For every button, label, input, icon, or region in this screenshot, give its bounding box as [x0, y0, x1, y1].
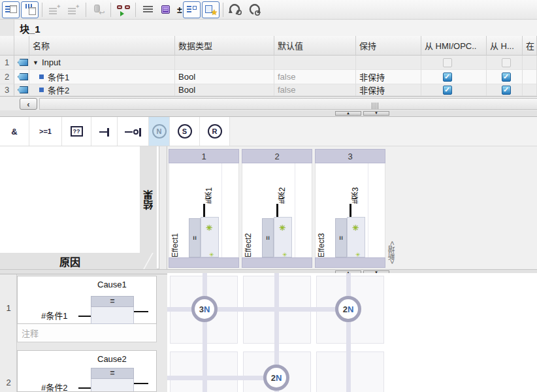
hmi-checkbox[interactable]	[502, 58, 511, 67]
network-lines-button[interactable]	[139, 1, 157, 18]
table-horizontal-scrollbar[interactable]: ‹	[0, 96, 537, 110]
add-new-column-label[interactable]: <新增>	[387, 234, 397, 264]
header-retain[interactable]: 保持	[356, 36, 421, 56]
collapse-up-button[interactable]: ▲	[335, 111, 361, 116]
add-star-icon[interactable]: ✳	[279, 224, 285, 232]
cause-row-1[interactable]: Cause1 = #条件1	[17, 276, 157, 324]
effect-body-block[interactable]: ✳ ✳	[274, 217, 292, 257]
effect-source-label[interactable]: #泵3	[350, 167, 361, 204]
coil-s-button[interactable]: S	[170, 117, 200, 146]
row-default[interactable]: false	[274, 84, 356, 96]
intersection-node-2n-b[interactable]: 2N	[263, 365, 289, 391]
row-retain[interactable]	[356, 56, 421, 70]
add-star-icon-small[interactable]: ✳	[355, 252, 361, 258]
effect-column-3[interactable]: 3 #泵3 = ✳ ✳ Effect3	[315, 149, 385, 268]
effect-body-block[interactable]: ✳ ✳	[347, 217, 365, 257]
header-hmi-short[interactable]: 从 H...	[487, 36, 523, 56]
go-back-button[interactable]	[246, 1, 263, 18]
row-retain[interactable]: 非保持	[356, 70, 421, 84]
add-star-icon[interactable]: ✳	[352, 224, 359, 232]
add-cause-row-button[interactable]	[2, 1, 20, 18]
effect-source-label[interactable]: #泵2	[276, 167, 287, 204]
scrollbar-grip-icon[interactable]	[372, 103, 378, 109]
reset-button[interactable]: ↩	[90, 1, 107, 18]
contact-button[interactable]	[91, 117, 118, 146]
row-default[interactable]	[274, 56, 356, 70]
row-retain[interactable]: 非保持	[356, 84, 421, 96]
table-row-input[interactable]: 1 ▼ Input	[0, 56, 537, 70]
hmi-opc-checkbox[interactable]	[443, 86, 452, 95]
effect-column-2[interactable]: 2 #泵2 = ✳ ✳ Effect2	[242, 149, 312, 268]
effect-column-header[interactable]: 1	[169, 149, 239, 163]
coil-n-button[interactable]: N	[149, 117, 170, 146]
collapse-down-button[interactable]: ▼	[363, 111, 389, 116]
insert-row-button[interactable]: ✦	[46, 1, 63, 18]
monitoring-button[interactable]	[114, 1, 132, 18]
intersection-grid[interactable]: 3N 2N 2N	[167, 273, 537, 392]
assign-coil-header[interactable]: =	[91, 368, 134, 379]
and-gate-button[interactable]: &	[0, 117, 29, 146]
hmi-checkbox[interactable]	[502, 73, 511, 82]
row-name[interactable]: 条件2	[48, 84, 69, 96]
insert-column-button[interactable]: ✦	[65, 1, 82, 18]
add-star-icon[interactable]: ✳	[206, 224, 212, 232]
header-name[interactable]: 名称	[29, 36, 175, 56]
hmi-opc-checkbox[interactable]	[443, 73, 452, 82]
hmi-opc-checkbox[interactable]	[443, 58, 452, 67]
cause-input-label[interactable]: #条件2	[41, 381, 67, 392]
cause-comment-box[interactable]: 注释	[17, 324, 157, 342]
overview-button[interactable]	[183, 1, 201, 18]
cause-title[interactable]: Cause2	[97, 354, 127, 364]
effect-column-1[interactable]: 1 #泵1 = ✳ ✳ Effect1	[169, 149, 239, 268]
effect-name-label[interactable]: Effect2	[244, 216, 253, 257]
effect-body-block[interactable]: ✳ ✳	[201, 217, 219, 257]
assign-coil-block[interactable]: =	[262, 218, 274, 257]
table-row-condition1[interactable]: 2 条件1 Bool false 非保持	[0, 70, 537, 84]
download-button[interactable]	[158, 1, 176, 18]
add-star-icon-small[interactable]: ✳	[282, 252, 287, 258]
assign-coil-header[interactable]: =	[91, 296, 134, 307]
cause-title[interactable]: Cause1	[97, 280, 127, 289]
row-name[interactable]: 条件1	[48, 71, 69, 83]
assign-coil-block[interactable]: =	[335, 218, 347, 257]
add-effect-column-button[interactable]	[21, 1, 39, 18]
favorites-button[interactable]: ★	[202, 1, 220, 18]
or-gate-button[interactable]: >=1	[29, 117, 62, 146]
cause-input-label[interactable]: #条件1	[41, 309, 67, 321]
effect-column-body[interactable]: #泵2 = ✳ ✳ Effect2	[242, 163, 312, 257]
effect-name-label[interactable]: Effect3	[317, 216, 326, 257]
row-datatype[interactable]: Bool	[175, 70, 274, 84]
row-default[interactable]: false	[274, 70, 356, 84]
header-datatype[interactable]: 数据类型	[175, 36, 274, 56]
assign-coil-body[interactable]	[91, 307, 134, 324]
intersection-node-2n-a[interactable]: 2N	[335, 296, 361, 322]
effect-column-header[interactable]: 3	[315, 149, 385, 163]
go-forward-button[interactable]	[227, 1, 244, 18]
hmi-checkbox[interactable]	[502, 86, 511, 95]
assign-coil-block[interactable]: =	[189, 218, 201, 257]
table-row-condition2[interactable]: 3 条件2 Bool false 非保持	[0, 84, 537, 96]
row-name[interactable]: Input	[42, 57, 61, 67]
row-datatype[interactable]	[175, 56, 274, 70]
negated-contact-button[interactable]	[118, 117, 149, 146]
cause-row-2[interactable]: Cause2 = #条件2	[17, 350, 157, 392]
effect-source-label[interactable]: #泵1	[203, 167, 214, 204]
pane-splitter-top[interactable]: ▲ ▼	[0, 110, 537, 117]
effect-column-body[interactable]: #泵1 = ✳ ✳ Effect1	[169, 163, 239, 257]
scrollbar-track[interactable]	[39, 98, 537, 110]
header-hmi-opc[interactable]: 从 HMI/OPC..	[421, 36, 487, 56]
matrix-header-region: 结果 原因 1 #泵1 = ✳ ✳ Effect1	[0, 146, 537, 269]
empty-box-button[interactable]: ??	[62, 117, 91, 146]
effect-name-label[interactable]: Effect1	[171, 216, 180, 257]
add-star-icon-small[interactable]: ✳	[209, 252, 214, 258]
coil-r-button[interactable]: R	[200, 117, 230, 146]
expander-icon[interactable]: ▼	[33, 59, 39, 66]
effect-column-body[interactable]: #泵3 = ✳ ✳ Effect3	[315, 163, 385, 257]
effect-column-header[interactable]: 2	[242, 149, 312, 163]
intersection-node-3n[interactable]: 3N	[191, 296, 218, 322]
scroll-left-button[interactable]: ‹	[20, 98, 37, 110]
header-default[interactable]: 默认值	[274, 36, 356, 56]
row-datatype[interactable]: Bool	[175, 84, 274, 96]
assign-coil-body[interactable]	[91, 379, 134, 392]
header-extra[interactable]: 在	[523, 36, 537, 56]
